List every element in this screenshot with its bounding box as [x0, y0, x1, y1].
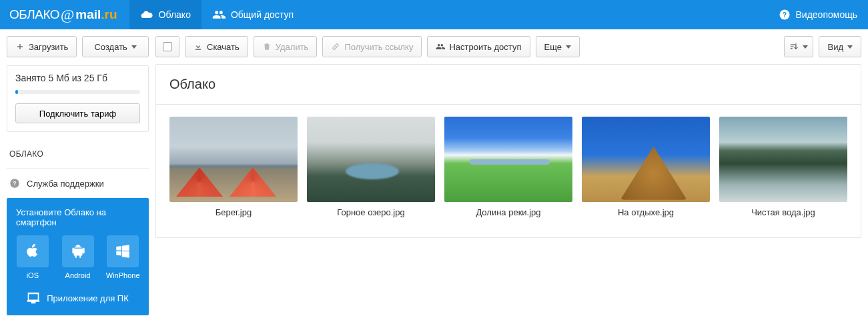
download-button[interactable]: Скачать [185, 36, 248, 57]
sort-icon [789, 42, 799, 51]
logo-text-ru: .ru [101, 7, 117, 22]
delete-label: Удалить [276, 42, 309, 52]
file-thumbnail [169, 117, 298, 202]
help-icon: ? [779, 9, 791, 21]
delete-button[interactable]: Удалить [254, 36, 318, 57]
view-button[interactable]: Вид [819, 36, 861, 57]
storage-text: Занято 5 Мб из 25 Гб [15, 73, 140, 83]
file-item[interactable]: На отдыхе.jpg [582, 117, 710, 217]
page-title: Облако [156, 65, 861, 105]
nav-label: Облако [159, 9, 191, 20]
file-name: Долина реки.jpg [444, 207, 572, 217]
chevron-down-icon [131, 45, 137, 49]
upload-label: Загрузить [29, 42, 68, 52]
getlink-label: Получить ссылку [344, 42, 413, 52]
toolbar: Скачать Удалить Получить ссылку Настроит… [155, 36, 861, 57]
select-all-checkbox[interactable] [155, 36, 179, 57]
download-label: Скачать [207, 42, 240, 52]
view-label: Вид [827, 42, 843, 52]
monitor-icon [27, 291, 40, 305]
storage-progress-fill [15, 90, 18, 94]
promo-panel: Установите Облако на смартфон iOS Androi… [7, 198, 149, 315]
sort-button[interactable] [784, 36, 813, 57]
svg-text:?: ? [782, 11, 786, 19]
promo-app-android[interactable]: Android [59, 235, 97, 279]
share-button[interactable]: Настроить доступ [427, 36, 530, 57]
android-icon [69, 243, 87, 260]
promo-app-label: WinPhone [103, 271, 142, 279]
cloud-icon [140, 8, 153, 21]
apple-icon [24, 243, 41, 260]
logo-text-mail: mail [75, 7, 101, 22]
at-icon: @ [61, 6, 74, 23]
promo-app-winphone[interactable]: WinPhone [103, 235, 142, 279]
header: ОБЛАКО @ mail .ru Облако Общий доступ ? … [0, 0, 868, 29]
file-item[interactable]: Горное озеро.jpg [307, 117, 435, 217]
content-panel: Облако Берег.jpg Горное озеро.jpg Долина… [155, 64, 861, 238]
sidebar: Загрузить Создать Занято 5 Мб из 25 Гб П… [0, 29, 155, 322]
create-button[interactable]: Создать [82, 36, 149, 57]
chevron-down-icon [847, 45, 853, 49]
promo-app-label: iOS [13, 271, 52, 279]
checkbox-icon [163, 42, 172, 51]
main: Скачать Удалить Получить ссылку Настроит… [155, 29, 868, 245]
nav-shared[interactable]: Общий доступ [201, 0, 304, 29]
help-link[interactable]: ? Видеопомощь [768, 0, 869, 29]
create-label: Создать [94, 42, 127, 52]
file-name: Берег.jpg [169, 207, 298, 217]
promo-title: Установите Облако на смартфон [13, 207, 142, 227]
storage-panel: Занято 5 Мб из 25 Гб Подключить тариф [7, 65, 149, 132]
help-label: Видеопомощь [796, 9, 858, 20]
file-name: Чистая вода.jpg [719, 207, 847, 217]
getlink-button[interactable]: Получить ссылку [322, 36, 422, 57]
more-label: Еще [544, 42, 562, 52]
promo-pc-label: Приложение для ПК [47, 293, 129, 303]
file-name: На отдыхе.jpg [582, 207, 710, 217]
promo-app-label: Android [59, 271, 97, 279]
file-thumbnail [582, 117, 710, 202]
sidebar-section-title: ОБЛАКО [7, 140, 149, 169]
storage-progress [15, 90, 140, 94]
people-icon [212, 8, 226, 21]
support-link[interactable]: ? Служба поддержки [7, 169, 149, 198]
help-circle-icon: ? [9, 178, 20, 189]
download-icon [193, 42, 203, 51]
promo-app-ios[interactable]: iOS [13, 235, 52, 279]
nav-cloud[interactable]: Облако [129, 0, 201, 29]
plus-icon [15, 42, 25, 51]
share-label: Настроить доступ [449, 42, 521, 52]
chevron-down-icon [803, 45, 808, 49]
chevron-down-icon [566, 45, 571, 49]
logo-text-cloud: ОБЛАКО [9, 7, 59, 22]
upload-button[interactable]: Загрузить [7, 36, 77, 57]
trash-icon [262, 42, 272, 51]
promo-pc-link[interactable]: Приложение для ПК [13, 289, 142, 305]
file-thumbnail [307, 117, 435, 202]
more-button[interactable]: Еще [536, 36, 580, 57]
windows-icon [114, 243, 131, 260]
tariff-button[interactable]: Подключить тариф [15, 103, 140, 123]
file-thumbnail [444, 117, 572, 202]
file-item[interactable]: Долина реки.jpg [444, 117, 572, 217]
nav-label: Общий доступ [231, 9, 294, 20]
file-thumbnail [719, 117, 847, 202]
support-label: Служба поддержки [27, 179, 104, 189]
file-item[interactable]: Берег.jpg [169, 117, 298, 217]
link-icon [331, 42, 340, 51]
file-name: Горное озеро.jpg [307, 207, 435, 217]
logo[interactable]: ОБЛАКО @ mail .ru [0, 0, 129, 29]
file-item[interactable]: Чистая вода.jpg [719, 117, 847, 217]
people-icon [436, 42, 445, 51]
file-grid: Берег.jpg Горное озеро.jpg Долина реки.j… [156, 105, 861, 237]
svg-text:?: ? [13, 180, 16, 187]
